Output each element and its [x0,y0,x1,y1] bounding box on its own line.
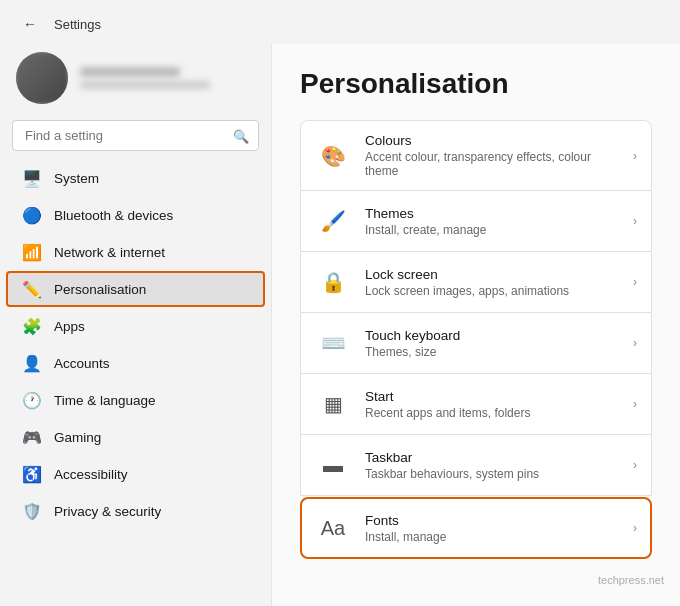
touch-keyboard-title: Touch keyboard [365,328,619,343]
colours-text: ColoursAccent colour, transparency effec… [365,133,619,178]
sidebar-item-label-accounts: Accounts [54,356,110,371]
touch-keyboard-text: Touch keyboardThemes, size [365,328,619,359]
profile-section [0,44,271,120]
profile-info [80,67,210,89]
lock-screen-chevron-icon: › [633,275,637,289]
touch-keyboard-icon: ⌨️ [315,325,351,361]
sidebar-item-label-privacy: Privacy & security [54,504,161,519]
settings-item-touch-keyboard[interactable]: ⌨️Touch keyboardThemes, size› [300,312,652,374]
privacy-icon: 🛡️ [22,501,42,521]
sidebar-item-label-personalisation: Personalisation [54,282,146,297]
themes-icon: 🖌️ [315,203,351,239]
sidebar-item-bluetooth[interactable]: 🔵Bluetooth & devices [6,197,265,233]
taskbar-chevron-icon: › [633,458,637,472]
personalisation-icon: ✏️ [22,279,42,299]
sidebar-item-label-network: Network & internet [54,245,165,260]
settings-window: ← Settings 🔍 🖥️System🔵Blueto [0,0,680,606]
touch-keyboard-desc: Themes, size [365,345,619,359]
main-content: 🔍 🖥️System🔵Bluetooth & devices📶Network &… [0,44,680,606]
lock-screen-title: Lock screen [365,267,619,282]
settings-item-fonts[interactable]: AaFontsInstall, manage› [300,497,652,559]
fonts-icon: Aa [315,510,351,546]
sidebar-item-label-gaming: Gaming [54,430,101,445]
themes-title: Themes [365,206,619,221]
sidebar-item-personalisation[interactable]: ✏️Personalisation [6,271,265,307]
search-icon: 🔍 [233,128,249,143]
sidebar-item-label-system: System [54,171,99,186]
start-text: StartRecent apps and items, folders [365,389,619,420]
sidebar-item-gaming[interactable]: 🎮Gaming [6,419,265,455]
sidebar-item-apps[interactable]: 🧩Apps [6,308,265,344]
touch-keyboard-chevron-icon: › [633,336,637,350]
settings-item-lock-screen[interactable]: 🔒Lock screenLock screen images, apps, an… [300,251,652,313]
fonts-chevron-icon: › [633,521,637,535]
sidebar-item-accessibility[interactable]: ♿Accessibility [6,456,265,492]
avatar [16,52,68,104]
themes-chevron-icon: › [633,214,637,228]
sidebar-item-label-apps: Apps [54,319,85,334]
accessibility-icon: ♿ [22,464,42,484]
sidebar-item-accounts[interactable]: 👤Accounts [6,345,265,381]
sidebar-item-label-accessibility: Accessibility [54,467,128,482]
fonts-desc: Install, manage [365,530,619,544]
lock-screen-desc: Lock screen images, apps, animations [365,284,619,298]
back-button[interactable]: ← [16,10,44,38]
apps-icon: 🧩 [22,316,42,336]
start-icon: ▦ [315,386,351,422]
accounts-icon: 👤 [22,353,42,373]
colours-chevron-icon: › [633,149,637,163]
titlebar: ← Settings [0,0,680,44]
colours-icon: 🎨 [315,138,351,174]
taskbar-icon: ▬ [315,447,351,483]
fonts-title: Fonts [365,513,619,528]
taskbar-title: Taskbar [365,450,619,465]
sidebar-item-label-bluetooth: Bluetooth & devices [54,208,173,223]
search-input[interactable] [12,120,259,151]
settings-item-taskbar[interactable]: ▬TaskbarTaskbar behaviours, system pins› [300,434,652,496]
taskbar-text: TaskbarTaskbar behaviours, system pins [365,450,619,481]
settings-item-themes[interactable]: 🖌️ThemesInstall, create, manage› [300,190,652,252]
themes-text: ThemesInstall, create, manage [365,206,619,237]
network-icon: 📶 [22,242,42,262]
settings-item-colours[interactable]: 🎨ColoursAccent colour, transparency effe… [300,120,652,191]
gaming-icon: 🎮 [22,427,42,447]
right-panel: Personalisation 🎨ColoursAccent colour, t… [272,44,680,606]
search-box: 🔍 [12,120,259,151]
sidebar-item-privacy[interactable]: 🛡️Privacy & security [6,493,265,529]
fonts-text: FontsInstall, manage [365,513,619,544]
start-desc: Recent apps and items, folders [365,406,619,420]
lock-screen-text: Lock screenLock screen images, apps, ani… [365,267,619,298]
start-chevron-icon: › [633,397,637,411]
colours-desc: Accent colour, transparency effects, col… [365,150,619,178]
sidebar-item-system[interactable]: 🖥️System [6,160,265,196]
sidebar-item-time[interactable]: 🕐Time & language [6,382,265,418]
system-icon: 🖥️ [22,168,42,188]
time-icon: 🕐 [22,390,42,410]
lock-screen-icon: 🔒 [315,264,351,300]
profile-email [80,81,210,89]
profile-name [80,67,180,77]
sidebar: 🔍 🖥️System🔵Bluetooth & devices📶Network &… [0,44,272,606]
bluetooth-icon: 🔵 [22,205,42,225]
sidebar-item-network[interactable]: 📶Network & internet [6,234,265,270]
start-title: Start [365,389,619,404]
taskbar-desc: Taskbar behaviours, system pins [365,467,619,481]
themes-desc: Install, create, manage [365,223,619,237]
page-title: Personalisation [300,68,652,100]
app-title: Settings [54,17,101,32]
settings-item-start[interactable]: ▦StartRecent apps and items, folders› [300,373,652,435]
nav-list: 🖥️System🔵Bluetooth & devices📶Network & i… [0,159,271,530]
sidebar-item-label-time: Time & language [54,393,156,408]
colours-title: Colours [365,133,619,148]
settings-list: 🎨ColoursAccent colour, transparency effe… [300,120,652,559]
